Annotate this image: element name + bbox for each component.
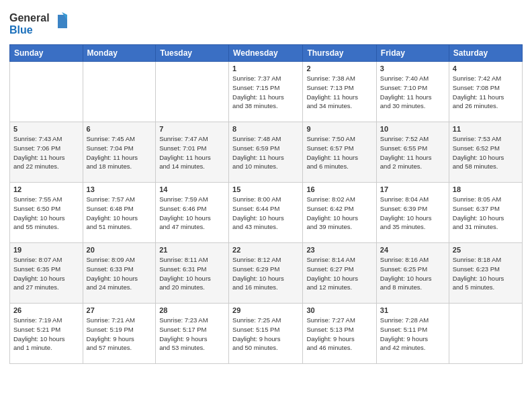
day-number: 9: [306, 125, 372, 133]
day-cell: 12Sunrise: 7:55 AM Sunset: 6:50 PM Dayli…: [10, 183, 83, 243]
weekday-header-row: SundayMondayTuesdayWednesdayThursdayFrid…: [10, 45, 523, 62]
day-cell: 24Sunrise: 8:16 AM Sunset: 6:25 PM Dayli…: [376, 243, 449, 304]
day-info: Sunrise: 7:47 AM Sunset: 7:01 PM Dayligh…: [159, 134, 225, 171]
svg-text:Blue: Blue: [9, 24, 33, 36]
day-number: 14: [159, 185, 225, 193]
day-number: 2: [306, 64, 372, 73]
calendar-table: SundayMondayTuesdayWednesdayThursdayFrid…: [9, 44, 523, 364]
calendar-container: General Blue SundayMondayTuesdayWednesda…: [0, 0, 532, 373]
weekday-header-saturday: Saturday: [449, 45, 522, 62]
day-number: 15: [232, 185, 299, 193]
day-info: Sunrise: 7:19 AM Sunset: 5:21 PM Dayligh…: [13, 316, 79, 353]
day-number: 20: [87, 246, 152, 254]
weekday-header-wednesday: Wednesday: [229, 45, 303, 62]
day-number: 17: [380, 185, 445, 193]
day-info: Sunrise: 8:04 AM Sunset: 6:39 PM Dayligh…: [380, 195, 445, 232]
day-cell: [449, 304, 522, 364]
svg-text:General: General: [9, 12, 50, 24]
day-number: 28: [159, 306, 225, 314]
weekday-header-tuesday: Tuesday: [156, 45, 229, 62]
day-cell: 1Sunrise: 7:37 AM Sunset: 7:15 PM Daylig…: [229, 62, 303, 122]
week-row-3: 12Sunrise: 7:55 AM Sunset: 6:50 PM Dayli…: [10, 183, 523, 243]
day-info: Sunrise: 8:18 AM Sunset: 6:23 PM Dayligh…: [453, 255, 519, 292]
day-number: 11: [453, 125, 519, 133]
day-info: Sunrise: 7:25 AM Sunset: 5:15 PM Dayligh…: [232, 316, 299, 353]
day-number: 24: [380, 246, 445, 254]
day-number: 8: [232, 125, 299, 133]
day-cell: 5Sunrise: 7:43 AM Sunset: 7:06 PM Daylig…: [10, 122, 83, 183]
day-cell: 23Sunrise: 8:14 AM Sunset: 6:27 PM Dayli…: [303, 243, 376, 304]
day-info: Sunrise: 7:23 AM Sunset: 5:17 PM Dayligh…: [159, 316, 225, 353]
day-number: 30: [306, 306, 372, 314]
day-cell: 19Sunrise: 8:07 AM Sunset: 6:35 PM Dayli…: [10, 243, 83, 304]
day-info: Sunrise: 7:27 AM Sunset: 5:13 PM Dayligh…: [306, 316, 372, 353]
weekday-header-friday: Friday: [376, 45, 449, 62]
day-info: Sunrise: 7:50 AM Sunset: 6:57 PM Dayligh…: [306, 134, 372, 171]
weekday-header-thursday: Thursday: [303, 45, 376, 62]
day-info: Sunrise: 7:37 AM Sunset: 7:15 PM Dayligh…: [232, 74, 299, 111]
day-info: Sunrise: 7:28 AM Sunset: 5:11 PM Dayligh…: [380, 316, 445, 353]
day-cell: 4Sunrise: 7:42 AM Sunset: 7:08 PM Daylig…: [449, 62, 522, 122]
day-cell: 6Sunrise: 7:45 AM Sunset: 7:04 PM Daylig…: [83, 122, 156, 183]
day-number: 25: [453, 246, 519, 254]
day-info: Sunrise: 7:48 AM Sunset: 6:59 PM Dayligh…: [232, 134, 299, 171]
day-info: Sunrise: 7:42 AM Sunset: 7:08 PM Dayligh…: [453, 74, 519, 111]
day-number: 12: [13, 185, 79, 193]
day-info: Sunrise: 8:05 AM Sunset: 6:37 PM Dayligh…: [453, 195, 519, 232]
day-info: Sunrise: 7:53 AM Sunset: 6:52 PM Dayligh…: [453, 134, 519, 171]
day-cell: 31Sunrise: 7:28 AM Sunset: 5:11 PM Dayli…: [376, 304, 449, 364]
week-row-5: 26Sunrise: 7:19 AM Sunset: 5:21 PM Dayli…: [10, 304, 523, 364]
day-cell: 13Sunrise: 7:57 AM Sunset: 6:48 PM Dayli…: [83, 183, 156, 243]
day-info: Sunrise: 7:38 AM Sunset: 7:13 PM Dayligh…: [306, 74, 372, 111]
day-number: 29: [232, 306, 299, 314]
day-cell: [83, 62, 156, 122]
day-cell: 16Sunrise: 8:02 AM Sunset: 6:42 PM Dayli…: [303, 183, 376, 243]
day-number: 13: [87, 185, 152, 193]
day-info: Sunrise: 7:55 AM Sunset: 6:50 PM Dayligh…: [13, 195, 79, 232]
logo-text: General Blue: [9, 9, 77, 40]
day-info: Sunrise: 7:57 AM Sunset: 6:48 PM Dayligh…: [87, 195, 152, 232]
day-number: 22: [232, 246, 299, 254]
day-cell: 20Sunrise: 8:09 AM Sunset: 6:33 PM Dayli…: [83, 243, 156, 304]
day-info: Sunrise: 8:12 AM Sunset: 6:29 PM Dayligh…: [232, 255, 299, 292]
day-cell: 17Sunrise: 8:04 AM Sunset: 6:39 PM Dayli…: [376, 183, 449, 243]
day-info: Sunrise: 8:11 AM Sunset: 6:31 PM Dayligh…: [159, 255, 225, 292]
day-cell: 8Sunrise: 7:48 AM Sunset: 6:59 PM Daylig…: [229, 122, 303, 183]
day-number: 3: [380, 64, 445, 73]
header: General Blue: [9, 7, 523, 40]
day-number: 19: [13, 246, 79, 254]
day-number: 23: [306, 246, 372, 254]
week-row-2: 5Sunrise: 7:43 AM Sunset: 7:06 PM Daylig…: [10, 122, 523, 183]
day-cell: 22Sunrise: 8:12 AM Sunset: 6:29 PM Dayli…: [229, 243, 303, 304]
weekday-header-sunday: Sunday: [10, 45, 83, 62]
day-number: 4: [453, 64, 519, 73]
day-cell: 29Sunrise: 7:25 AM Sunset: 5:15 PM Dayli…: [229, 304, 303, 364]
day-cell: 30Sunrise: 7:27 AM Sunset: 5:13 PM Dayli…: [303, 304, 376, 364]
day-cell: 11Sunrise: 7:53 AM Sunset: 6:52 PM Dayli…: [449, 122, 522, 183]
day-info: Sunrise: 8:14 AM Sunset: 6:27 PM Dayligh…: [306, 255, 372, 292]
day-cell: 7Sunrise: 7:47 AM Sunset: 7:01 PM Daylig…: [156, 122, 229, 183]
day-cell: 21Sunrise: 8:11 AM Sunset: 6:31 PM Dayli…: [156, 243, 229, 304]
day-cell: 10Sunrise: 7:52 AM Sunset: 6:55 PM Dayli…: [376, 122, 449, 183]
day-number: 10: [380, 125, 445, 133]
day-info: Sunrise: 8:16 AM Sunset: 6:25 PM Dayligh…: [380, 255, 445, 292]
day-info: Sunrise: 7:45 AM Sunset: 7:04 PM Dayligh…: [87, 134, 152, 171]
day-cell: 9Sunrise: 7:50 AM Sunset: 6:57 PM Daylig…: [303, 122, 376, 183]
day-info: Sunrise: 8:00 AM Sunset: 6:44 PM Dayligh…: [232, 195, 299, 232]
day-cell: 3Sunrise: 7:40 AM Sunset: 7:10 PM Daylig…: [376, 62, 449, 122]
day-cell: [10, 62, 83, 122]
day-number: 5: [13, 125, 79, 133]
weekday-header-monday: Monday: [83, 45, 156, 62]
day-cell: 27Sunrise: 7:21 AM Sunset: 5:19 PM Dayli…: [83, 304, 156, 364]
day-number: 21: [159, 246, 225, 254]
day-cell: 26Sunrise: 7:19 AM Sunset: 5:21 PM Dayli…: [10, 304, 83, 364]
day-cell: 25Sunrise: 8:18 AM Sunset: 6:23 PM Dayli…: [449, 243, 522, 304]
day-number: 18: [453, 185, 519, 193]
day-info: Sunrise: 7:59 AM Sunset: 6:46 PM Dayligh…: [159, 195, 225, 232]
day-cell: 14Sunrise: 7:59 AM Sunset: 6:46 PM Dayli…: [156, 183, 229, 243]
day-number: 6: [87, 125, 152, 133]
day-info: Sunrise: 7:43 AM Sunset: 7:06 PM Dayligh…: [13, 134, 79, 171]
day-number: 16: [306, 185, 372, 193]
day-cell: 15Sunrise: 8:00 AM Sunset: 6:44 PM Dayli…: [229, 183, 303, 243]
day-info: Sunrise: 8:09 AM Sunset: 6:33 PM Dayligh…: [87, 255, 152, 292]
